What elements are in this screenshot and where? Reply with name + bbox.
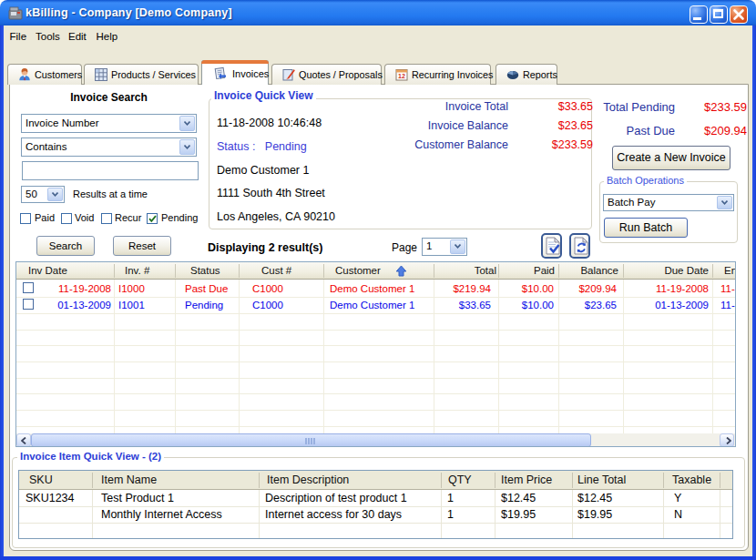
svg-text:12: 12 <box>398 73 405 79</box>
